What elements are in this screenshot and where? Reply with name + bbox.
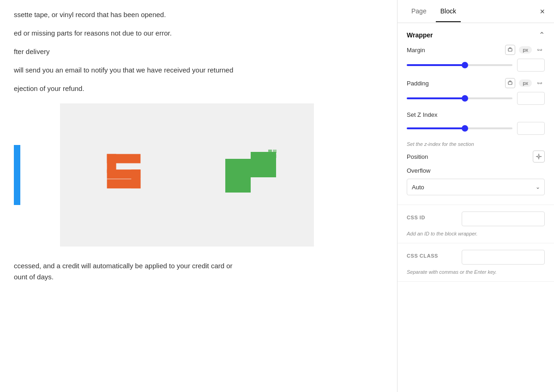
svg-rect-17 <box>508 82 512 84</box>
overflow-row: Overflow <box>407 167 545 174</box>
bottom-text-1: ccessed, and a credit will automatically… <box>14 260 383 271</box>
tab-block[interactable]: Block <box>436 1 461 22</box>
margin-device-icon[interactable] <box>505 45 515 55</box>
content-text-5: ejection of your refund. <box>14 83 383 94</box>
padding-device-icon[interactable] <box>505 78 515 88</box>
padding-slider-fill <box>407 97 465 99</box>
margin-label: Margin <box>407 47 505 54</box>
padding-slider-thumb[interactable] <box>462 95 468 102</box>
css-id-input[interactable] <box>462 211 545 226</box>
css-class-label: CSS CLASS <box>407 253 438 259</box>
images-grid <box>14 103 383 247</box>
margin-value-input[interactable] <box>517 59 545 72</box>
up-logo-icon <box>223 150 278 200</box>
position-icon-button[interactable] <box>533 151 545 163</box>
margin-unit[interactable]: px <box>519 46 532 54</box>
svg-rect-14 <box>273 154 277 158</box>
position-row: Position <box>407 151 545 163</box>
padding-link-icon[interactable] <box>535 78 545 88</box>
margin-slider-fill <box>407 64 465 66</box>
panel-tabs: Page Block × <box>397 0 554 23</box>
blue-bar <box>14 145 20 205</box>
bottom-text: ccessed, and a credit will automatically… <box>14 260 383 283</box>
overflow-dropdown-wrapper: Auto Hidden Visible Scroll ⌄ <box>407 179 545 195</box>
image-left <box>14 103 60 247</box>
overflow-label: Overflow <box>407 167 545 174</box>
position-label: Position <box>407 153 533 160</box>
css-class-row: CSS CLASS <box>407 250 545 265</box>
wrapper-title: Wrapper <box>407 31 433 39</box>
css-id-row: CSS ID <box>407 211 545 226</box>
padding-value-input[interactable] <box>517 92 545 105</box>
margin-slider-row <box>407 59 545 72</box>
overflow-select[interactable]: Auto Hidden Visible Scroll <box>407 179 545 195</box>
z-index-value-input[interactable] <box>517 122 545 135</box>
padding-label: Padding <box>407 80 505 87</box>
padding-unit[interactable]: px <box>519 79 532 87</box>
z-index-slider-thumb[interactable] <box>462 125 468 132</box>
tab-page[interactable]: Page <box>407 1 431 22</box>
css-class-hint: Separate with commas or the Enter key. <box>407 269 545 275</box>
z-index-slider-fill <box>407 127 465 129</box>
bottom-text-2: ount of days. <box>14 271 383 283</box>
css-class-input[interactable] <box>462 250 545 265</box>
right-panel: Page Block × Wrapper ⌃ Margin px <box>397 0 554 392</box>
content-text-3: fter delivery <box>14 46 383 57</box>
margin-slider[interactable] <box>407 64 512 66</box>
svg-rect-12 <box>268 150 272 153</box>
z-index-hint: Set the z-index for the section <box>407 141 545 147</box>
padding-slider[interactable] <box>407 97 512 99</box>
padding-row: Padding px <box>407 78 545 88</box>
svg-rect-7 <box>238 159 251 193</box>
css-id-hint: Add an ID to the block wrapper. <box>407 231 545 236</box>
z-index-row: Set Z Index <box>407 111 545 118</box>
wrapper-collapse-icon[interactable]: ⌃ <box>539 30 545 39</box>
z-index-slider-row <box>407 122 545 135</box>
svg-point-19 <box>538 156 540 157</box>
content-text-2: ed or missing parts for reasons not due … <box>14 28 383 39</box>
close-button[interactable]: × <box>540 7 545 16</box>
s-logo-icon <box>101 152 147 198</box>
content-text-1: ssette tape, or vinyl record that has be… <box>14 9 383 20</box>
css-id-label: CSS ID <box>407 215 425 220</box>
css-class-section: CSS CLASS Separate with commas or the En… <box>397 243 554 282</box>
padding-slider-row <box>407 92 545 105</box>
image-right <box>187 103 314 247</box>
svg-rect-18 <box>509 81 511 82</box>
css-id-section: CSS ID Add an ID to the block wrapper. <box>397 205 554 243</box>
image-middle <box>60 103 187 247</box>
wrapper-section: Wrapper ⌃ Margin px Padding <box>397 23 554 205</box>
margin-row: Margin px <box>407 45 545 55</box>
z-index-slider[interactable] <box>407 127 512 129</box>
margin-slider-thumb[interactable] <box>462 62 468 68</box>
content-area: ssette tape, or vinyl record that has be… <box>0 0 397 392</box>
margin-link-icon[interactable] <box>535 45 545 55</box>
z-index-label: Set Z Index <box>407 111 545 118</box>
svg-rect-13 <box>273 150 277 153</box>
svg-rect-4 <box>107 179 140 188</box>
wrapper-header: Wrapper ⌃ <box>407 30 545 39</box>
content-text-4: will send you an email to notify you tha… <box>14 65 383 76</box>
svg-rect-16 <box>509 48 511 48</box>
svg-rect-15 <box>508 48 512 51</box>
